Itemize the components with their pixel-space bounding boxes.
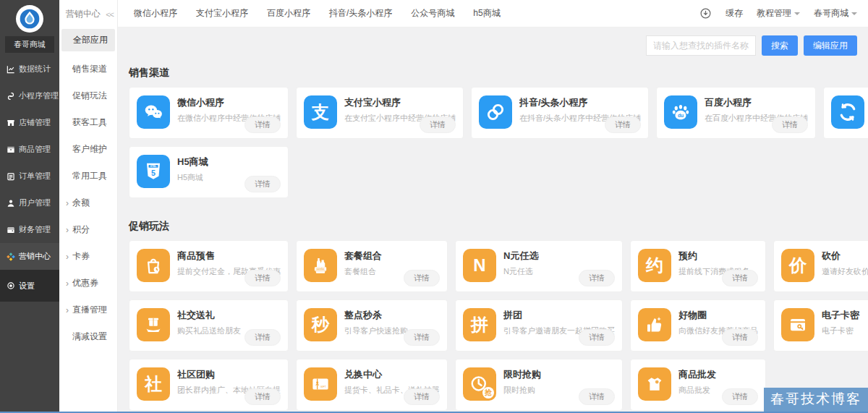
sidebar-item-label: 财务管理 [19, 224, 51, 235]
detail-button[interactable]: 详情 [579, 270, 615, 286]
detail-button[interactable]: 详情 [244, 329, 281, 346]
app-card-mp-mall: 公众号商城公众号商城详情 [823, 87, 868, 139]
sub-sidebar-item[interactable]: ›优惠券 [59, 270, 117, 297]
sidebar-item-label: 商品管理 [19, 144, 51, 155]
detail-button[interactable]: 详情 [244, 270, 281, 286]
sidebar-item-finance[interactable]: 财务管理 [0, 216, 59, 243]
search-button[interactable]: 搜索 [762, 35, 798, 56]
sidebar-item-miniapp[interactable]: 小程序管理 [0, 82, 59, 109]
flashclock-icon: 抢 [463, 367, 496, 401]
glyph-icon: 秒 [304, 308, 337, 341]
logo-wrap [0, 0, 59, 33]
sub-sidebar-item[interactable]: 满减设置 [59, 323, 117, 350]
glyph-icon: 支 [304, 95, 337, 129]
detail-button[interactable]: 详情 [579, 388, 615, 405]
download-icon[interactable] [699, 7, 712, 20]
link-icon [479, 95, 512, 129]
tile-badge: 抢 [482, 387, 494, 399]
search-input[interactable] [646, 35, 756, 56]
card-title: 兑换中心 [344, 368, 440, 381]
card-title: 商品预售 [177, 250, 281, 263]
app-card-group-buy: 拼拼团引导客户邀请朋友一起拼团购买详情 [455, 299, 623, 352]
wallet-icon [5, 224, 16, 235]
glyph-icon: 约 [638, 249, 671, 282]
sub-sidebar-item[interactable]: 常用工具 [59, 163, 117, 190]
sub-sidebar-item-label: 积分 [72, 223, 90, 236]
detail-button[interactable]: 详情 [404, 329, 440, 346]
sub-sidebar-item[interactable]: ›直播管理 [59, 297, 117, 323]
sub-sidebar-item-label: 获客工具 [72, 116, 107, 129]
section-title: 销售渠道 [129, 67, 857, 80]
account-menu[interactable]: 春哥商城 [814, 7, 857, 20]
sub-sidebar-item-label: 直播管理 [72, 304, 107, 316]
sidebar-item-goods[interactable]: 商品管理 [0, 136, 59, 163]
plugin-toolbar: 搜索 编辑应用 [129, 35, 857, 56]
sub-sidebar-item[interactable]: 全部应用 [61, 29, 115, 51]
chevron-right-icon: › [66, 252, 72, 262]
baidu-icon: du [664, 95, 697, 129]
detail-button[interactable]: 详情 [404, 270, 440, 286]
box-icon [5, 144, 16, 155]
detail-button[interactable]: 详情 [579, 329, 615, 346]
detail-button[interactable]: 详情 [722, 329, 758, 346]
glyph-label: 约 [646, 257, 663, 274]
tab-2[interactable]: 百度小程序 [267, 7, 310, 20]
sidebar-item-orders[interactable]: 订单管理 [0, 163, 59, 190]
card-title: 百度小程序 [705, 96, 808, 109]
tab-4[interactable]: 公众号商城 [411, 7, 454, 20]
svg-text:combo: combo [316, 268, 324, 271]
collapse-sidebar-button[interactable]: << [106, 10, 114, 19]
detail-button[interactable]: 详情 [244, 176, 281, 192]
sidebar-item-settings[interactable]: 设置 [0, 270, 59, 302]
sub-sidebar-item-label: 优惠券 [72, 277, 98, 289]
detail-button[interactable]: 详情 [404, 388, 440, 405]
cache-button[interactable]: 缓存 [726, 7, 743, 20]
tab-1[interactable]: 支付宝小程序 [196, 7, 248, 20]
main-sidebar: 春哥商城 数据统计小程序管理店铺管理商品管理订单管理用户管理财务管理营销中心设置 [0, 0, 59, 413]
detail-button[interactable]: 详情 [722, 270, 758, 286]
pinwheel-icon [5, 251, 16, 262]
sidebar-item-marketing[interactable]: 营销中心 [0, 243, 59, 270]
tab-0[interactable]: 微信小程序 [134, 7, 177, 20]
tab-3[interactable]: 抖音/头条小程序 [329, 7, 392, 20]
app-sections: 销售渠道微信小程序在微信小程序中经营你的店铺详情支支付宝小程序在支付宝小程序中经… [129, 67, 857, 411]
sub-sidebar-title: 营销中心 [66, 8, 101, 20]
app-card-wholesale: 商品批发商品批发详情 [630, 359, 766, 411]
app-card-h5-mall: HTML5H5商城H5商城详情 [129, 146, 289, 198]
sub-sidebar-item-label: 卡券 [72, 250, 90, 263]
glyph-icon: 拼 [463, 308, 496, 341]
detail-button[interactable]: 详情 [772, 116, 808, 133]
tutorial-menu[interactable]: 教程管理 [757, 7, 800, 20]
app-card-seckill: 秒整点秒杀引导客户快速抢购详情 [296, 299, 448, 352]
sub-sidebar-item[interactable]: ›余额 [59, 190, 117, 216]
detail-button[interactable]: 详情 [605, 116, 641, 133]
sub-sidebar-item[interactable]: 客户维护 [59, 136, 117, 163]
detail-button[interactable]: 详情 [722, 388, 758, 405]
card-title: 拼团 [503, 309, 615, 322]
card-title: H5商城 [177, 156, 281, 169]
card-desc: 邀请好友砍价后低价购买 [822, 266, 868, 277]
edit-apps-button[interactable]: 编辑应用 [804, 35, 857, 56]
sub-sidebar-item-label: 客户维护 [72, 143, 107, 156]
sub-sidebar-item[interactable]: 获客工具 [59, 109, 117, 136]
app-card-social-gift: 社交送礼购买礼品送给朋友详情 [129, 299, 289, 352]
app-card-community: 社社区团购团长群内推广、本地社区自提详情 [129, 359, 289, 411]
sub-sidebar-item-label: 余额 [72, 197, 90, 209]
detail-button[interactable]: 详情 [244, 116, 281, 133]
card-title: 社交送礼 [177, 309, 281, 322]
tab-5[interactable]: h5商城 [473, 7, 500, 20]
app-card-booking: 约预约提前线下消费或服务详情 [630, 240, 766, 292]
sub-sidebar-item[interactable]: ›卡券 [59, 243, 117, 270]
glyph-label: 价 [789, 257, 807, 274]
sub-sidebar: 营销中心 << 全部应用销售渠道促销玩法获客工具客户维护常用工具›余额›积分›卡… [59, 0, 118, 413]
sidebar-item-shop[interactable]: 店铺管理 [0, 109, 59, 136]
channel-tabs: 微信小程序支付宝小程序百度小程序抖音/头条小程序公众号商城h5商城 [118, 7, 501, 20]
sidebar-item-users[interactable]: 用户管理 [0, 190, 59, 216]
sidebar-item-stats[interactable]: 数据统计 [0, 56, 59, 82]
sub-sidebar-item[interactable]: 销售渠道 [59, 56, 117, 82]
sub-sidebar-item[interactable]: 促销玩法 [59, 82, 117, 109]
sub-sidebar-item[interactable]: ›积分 [59, 216, 117, 243]
detail-button[interactable]: 详情 [420, 116, 456, 133]
detail-button[interactable]: 详情 [244, 388, 281, 405]
wechat-icon [137, 95, 170, 129]
